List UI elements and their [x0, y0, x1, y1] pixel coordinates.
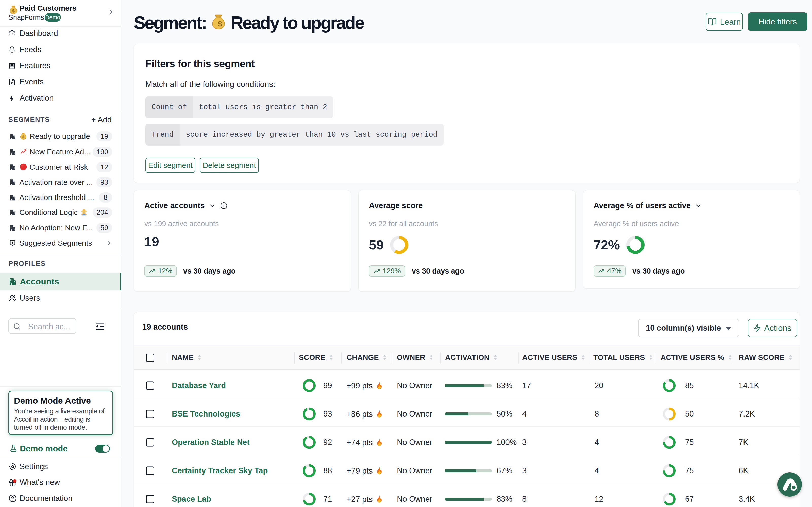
- svg-text:$: $: [22, 135, 24, 139]
- svg-text:$: $: [12, 8, 15, 13]
